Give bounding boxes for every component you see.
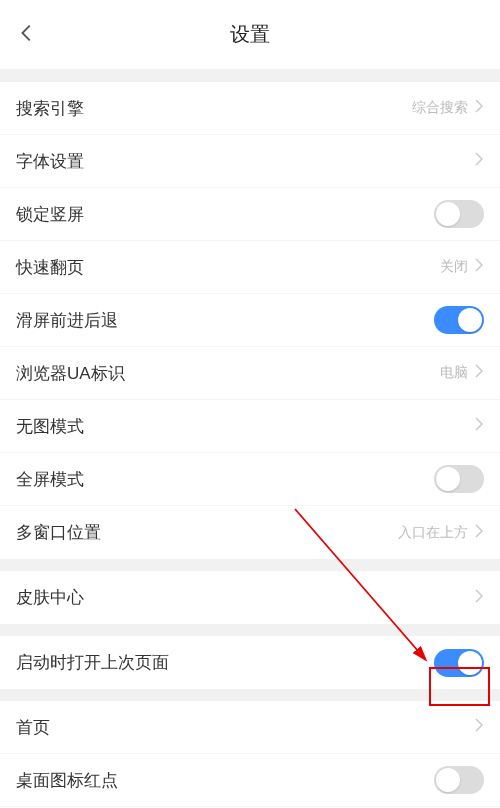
toggle-swipe-nav[interactable] <box>434 306 484 334</box>
row-label: 快速翻页 <box>16 256 84 279</box>
row-label: 皮肤中心 <box>16 586 84 609</box>
row-right: 关闭 <box>440 257 484 277</box>
toggle-knob <box>458 308 482 332</box>
row-right: 综合搜索 <box>412 98 484 118</box>
row-search-engine[interactable]: 搜索引擎 综合搜索 <box>0 82 500 135</box>
row-fullscreen[interactable]: 全屏模式 <box>0 453 500 506</box>
toggle-knob <box>436 202 460 226</box>
row-label: 字体设置 <box>16 150 84 173</box>
row-value: 综合搜索 <box>412 99 468 117</box>
row-ua[interactable]: 浏览器UA标识 电脑 <box>0 347 500 400</box>
chevron-right-icon <box>474 151 484 171</box>
row-homepage[interactable]: 首页 <box>0 701 500 754</box>
row-label: 搜索引擎 <box>16 97 84 120</box>
toggle-badge[interactable] <box>434 766 484 794</box>
row-label: 首页 <box>16 716 50 739</box>
toggle-fullscreen[interactable] <box>434 465 484 493</box>
row-quick-flip[interactable]: 快速翻页 关闭 <box>0 241 500 294</box>
row-multi-window[interactable]: 多窗口位置 入口在上方 <box>0 506 500 559</box>
section-gap <box>0 624 500 636</box>
header: 设置 <box>0 0 500 70</box>
row-right <box>474 717 484 737</box>
toggle-lock-portrait[interactable] <box>434 200 484 228</box>
section-gap <box>0 689 500 701</box>
chevron-right-icon <box>474 588 484 608</box>
row-label: 滑屏前进后退 <box>16 309 118 332</box>
chevron-right-icon <box>474 416 484 436</box>
row-font-settings[interactable]: 字体设置 <box>0 135 500 188</box>
row-right: 电脑 <box>440 363 484 383</box>
back-chevron-icon <box>16 22 38 44</box>
toggle-knob <box>436 467 460 491</box>
row-label: 启动时打开上次页面 <box>16 651 169 674</box>
row-lock-portrait[interactable]: 锁定竖屏 <box>0 188 500 241</box>
row-badge[interactable]: 桌面图标红点 <box>0 754 500 807</box>
toggle-restore-last[interactable] <box>434 649 484 677</box>
chevron-right-icon <box>474 257 484 277</box>
row-label: 全屏模式 <box>16 468 84 491</box>
row-swipe-nav[interactable]: 滑屏前进后退 <box>0 294 500 347</box>
chevron-right-icon <box>474 363 484 383</box>
chevron-right-icon <box>474 523 484 543</box>
row-value: 电脑 <box>440 364 468 382</box>
row-label: 桌面图标红点 <box>16 769 118 792</box>
row-no-image[interactable]: 无图模式 <box>0 400 500 453</box>
row-value: 关闭 <box>440 258 468 276</box>
chevron-right-icon <box>474 717 484 737</box>
row-restore-last[interactable]: 启动时打开上次页面 <box>0 636 500 689</box>
row-label: 锁定竖屏 <box>16 203 84 226</box>
row-label: 无图模式 <box>16 415 84 438</box>
row-right <box>474 416 484 436</box>
row-right <box>474 588 484 608</box>
back-button[interactable] <box>16 22 38 48</box>
row-skin-center[interactable]: 皮肤中心 <box>0 571 500 624</box>
toggle-knob <box>436 768 460 792</box>
row-value: 入口在上方 <box>398 524 468 542</box>
row-right <box>474 151 484 171</box>
page-title: 设置 <box>0 21 500 48</box>
row-label: 浏览器UA标识 <box>16 362 125 385</box>
section-gap <box>0 559 500 571</box>
chevron-right-icon <box>474 98 484 118</box>
row-label: 多窗口位置 <box>16 521 101 544</box>
row-right: 入口在上方 <box>398 523 484 543</box>
section-gap <box>0 70 500 82</box>
toggle-knob <box>458 651 482 675</box>
